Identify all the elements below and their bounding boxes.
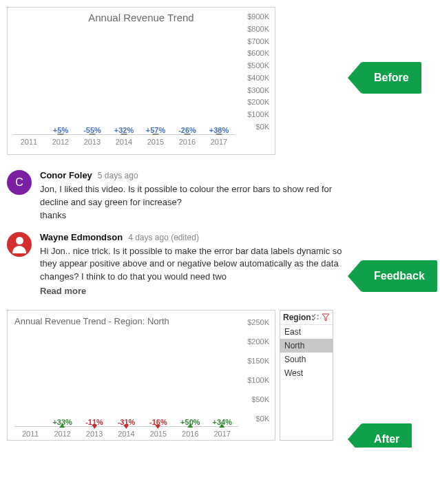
chart2-plot: +33%-11%-31%-16%+50%+34% [14,330,238,427]
xtick: 2017 [203,135,235,146]
ytick: $0K [255,123,269,131]
ytick: $150K [247,357,269,365]
xtick: 2017 [207,427,238,438]
ytick: $500K [247,61,269,70]
tag-before-label: Before [362,62,421,94]
tag-after-label: After [362,423,412,448]
comment-text: Jon, I liked this video. Is it possible … [40,183,344,222]
pct-label: +5% [53,126,68,134]
pct-label: +38% [209,126,229,134]
xtick: 2011 [13,135,45,146]
pct-label: +33% [52,418,72,426]
slicer-item-east[interactable]: East [280,325,333,339]
xtick: 2011 [14,427,46,438]
pct-label: -55% [83,126,101,134]
ytick: $0K [255,414,269,423]
comments-section: C Conor Foley 5 days ago Jon, I liked th… [7,170,344,296]
pct-label: +57% [146,126,165,134]
comment-text: Hi Jon.. nice trick. Is it possible to m… [40,245,344,284]
xtick: 2015 [140,135,171,146]
comment-1: C Conor Foley 5 days ago Jon, I liked th… [7,170,344,222]
chart2-title: Annual Revenue Trend - Region: North [14,316,269,326]
ytick: $100K [247,376,269,384]
before-chart: Annual Revenue Trend +5%-55%+32%+57%-26%… [7,7,275,155]
tag-after: After [348,423,412,448]
ytick: $200K [247,337,269,346]
comment-meta: 5 days ago [98,171,138,180]
slicer-item-north[interactable]: North [280,339,333,353]
xtick: 2012 [46,427,78,438]
pct-label: +32% [114,126,134,134]
ytick: $900K [247,12,269,21]
ytick: $250K [247,318,269,326]
tag-feedback-label: Feedback [362,260,437,292]
pct-label: +50% [180,418,200,426]
tag-before: Before [348,62,421,94]
ytick: $200K [247,98,269,106]
pct-label: +34% [213,418,232,426]
avatar [7,232,32,257]
pct-label: -16% [149,418,167,426]
xtick: 2012 [45,135,76,146]
avatar: C [7,170,32,195]
after-chart: Annual Revenue Trend - Region: North +33… [7,310,275,441]
chart1-xaxis: 2011201220132014201520162017 [13,135,235,146]
slicer-header: Region [280,311,333,325]
pct-label: -31% [118,418,136,426]
tag-feedback: Feedback [348,260,437,292]
pct-label: -26% [178,126,196,134]
multiselect-icon[interactable] [311,313,319,322]
ytick: $50K [251,395,269,403]
ytick: $800K [247,25,269,33]
comment-author: Wayne Edmondson [40,232,123,242]
xtick: 2016 [171,135,203,146]
chart1-yaxis: $0K$100K$200K$300K$400K$500K$600K$700K$8… [235,25,269,135]
chart1-plot: +5%-55%+32%+57%-26%+38% [13,25,235,135]
ytick: $600K [247,49,269,57]
slicer-item-west[interactable]: West [280,366,333,380]
ytick: $700K [247,37,269,45]
slicer-item-south[interactable]: South [280,353,333,366]
xtick: 2014 [108,135,140,146]
comment-meta: 4 days ago (edited) [128,233,199,242]
region-slicer[interactable]: Region EastNorthSouthWest [280,310,333,441]
read-more-button[interactable]: Read more [40,286,344,296]
comment-2: Wayne Edmondson 4 days ago (edited) Hi J… [7,232,344,297]
ytick: $300K [247,86,269,94]
xtick: 2013 [76,135,108,146]
pct-label: -11% [85,418,103,426]
xtick: 2016 [174,427,206,438]
ytick: $400K [247,74,269,82]
chart2-yaxis: $0K$50K$100K$150K$200K$250K [238,330,269,427]
clear-filter-icon[interactable] [322,313,330,322]
ytick: $100K [247,110,269,118]
slicer-title: Region [283,313,311,322]
comment-author: Conor Foley [40,170,92,180]
chart1-title: Annual Revenue Trend [13,12,269,23]
